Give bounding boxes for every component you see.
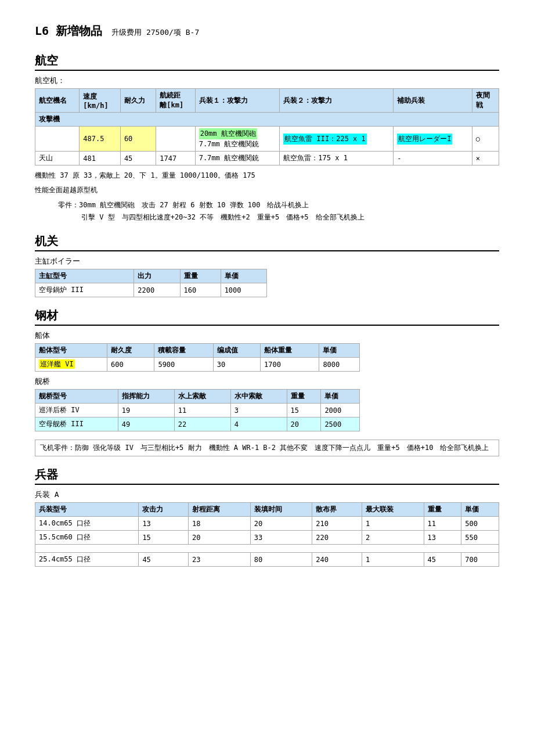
weapon-reload-2: 33 (250, 531, 312, 545)
page-title-row: L6 新増物品 升级费用 27500/项 B-7 (35, 23, 499, 41)
hull-type-1: 巡洋艦 VI (35, 358, 107, 372)
machine-table: 主缸型号 出力 重量 単価 空母鍋炉 III 2200 160 1000 (35, 269, 267, 297)
hull-cargo-1: 5900 (154, 358, 213, 372)
weapon-spread-2: 220 (312, 531, 362, 545)
weapon-empty-row (35, 545, 499, 553)
aircraft-endurance-1: 60 (120, 127, 156, 152)
bridge-weight-2: 20 (287, 417, 321, 431)
aircraft-range-2: 1747 (156, 152, 195, 165)
weapon1-highlight: 20mm 航空機関砲 (199, 128, 257, 139)
machine-type-1: 空母鍋炉 III (35, 283, 134, 297)
aircraft-night-1: ○ (472, 127, 499, 152)
th-weapon2: 兵装２：攻撃力 (280, 89, 394, 113)
aviation-note-2: 性能全面超越原型机 (35, 185, 499, 196)
th-weapon-atk: 攻击力 (139, 503, 189, 517)
weapon-reload-1: 20 (250, 517, 312, 531)
th-weapon-spread: 散布界 (312, 503, 362, 517)
weapon-weight-3: 45 (424, 553, 461, 567)
th-weapon-link: 最大联装 (362, 503, 424, 517)
bridge-cmd-1: 19 (118, 404, 174, 417)
th-bridge-type: 舰桥型号 (35, 390, 118, 404)
th-endurance: 耐久力 (120, 89, 156, 113)
hull-header-row: 船体型号 耐久度 積載容量 编成值 船体重量 単価 (35, 344, 360, 358)
machine-header-row: 主缸型号 出力 重量 単価 (35, 269, 267, 283)
weapon-row-1: 14.0cm65 口径 13 18 20 210 1 11 500 (35, 517, 499, 531)
bridge-price-1: 2000 (321, 404, 360, 417)
weapon-type-1: 14.0cm65 口径 (35, 517, 139, 531)
aircraft-weapon1-1: 20mm 航空機関砲 7.7mm 航空機関銃 (195, 127, 280, 152)
aircraft-aux-2: - (394, 152, 472, 165)
th-weapon-price: 単価 (461, 503, 499, 517)
hull-price-1: 8000 (319, 358, 360, 372)
aircraft-night-2: × (472, 152, 499, 165)
th-weapon1: 兵装１：攻撃力 (195, 89, 280, 113)
bridge-sub-1: 3 (230, 404, 287, 417)
th-aircraft-name: 航空機名 (35, 89, 80, 113)
weapon-reload-3: 80 (250, 553, 312, 567)
aviation-row-1: 487.5 60 20mm 航空機関砲 7.7mm 航空機関銃 航空魚雷 III… (35, 127, 499, 152)
weapon-price-2: 550 (461, 531, 499, 545)
aviation-header-row: 航空機名 速度[km/h] 耐久力 航続距離[km] 兵装１：攻撃力 兵装２：攻… (35, 89, 499, 113)
weapons-table: 兵装型号 攻击力 射程距离 装填时间 散布界 最大联装 重量 単価 14.0cm… (35, 502, 499, 567)
hull-comp-1: 30 (213, 358, 260, 372)
bridge-type-1: 巡洋后桥 IV (35, 404, 118, 417)
aircraft-aux-1: 航空用レーダーI (394, 127, 472, 152)
page-subtitle: 升级费用 27500/项 B-7 (111, 27, 199, 38)
weapon-spread-1: 210 (312, 517, 362, 531)
bridge-type-2: 空母舰桥 III (35, 417, 118, 431)
aviation-note-1: 機動性 37 原 33，索敵上 20、下 1。重量 1000/1100。価格 1… (35, 170, 499, 181)
weapon-link-1: 1 (362, 517, 424, 531)
th-speed: 速度[km/h] (80, 89, 121, 113)
th-weapon-reload: 装填时间 (250, 503, 312, 517)
aircraft-weapon2-1: 航空魚雷 III：225 x 1 (280, 127, 394, 152)
bridge-header-row: 舰桥型号 指挥能力 水上索敵 水中索敵 重量 単価 (35, 390, 360, 404)
th-range: 航続距離[km] (156, 89, 195, 113)
th-hull-weight: 船体重量 (261, 344, 319, 358)
section-machine-title: 机关 (35, 233, 499, 251)
th-hull-comp: 编成值 (213, 344, 260, 358)
weapon-range-3: 23 (189, 553, 251, 567)
aux-highlight: 航空用レーダーI (397, 134, 452, 145)
machine-sublabel: 主缸ボイラー (35, 256, 499, 267)
weapon-weight-1: 11 (424, 517, 461, 531)
bridge-surface-2: 22 (174, 417, 230, 431)
weapon-range-1: 18 (189, 517, 251, 531)
aircraft-speed-1: 487.5 (80, 127, 121, 152)
weapon-row-3: 25.4cm55 口径 45 23 80 240 1 45 700 (35, 553, 499, 567)
bridge-table: 舰桥型号 指挥能力 水上索敵 水中索敵 重量 単価 巡洋后桥 IV 19 11 … (35, 389, 360, 431)
bridge-surface-1: 11 (174, 404, 230, 417)
bridge-row-1: 巡洋后桥 IV 19 11 3 15 2000 (35, 404, 360, 417)
weapon-type-2: 15.5cm60 口径 (35, 531, 139, 545)
aviation-sublabel: 航空机： (35, 75, 499, 86)
weapon-row-empty (35, 545, 499, 553)
weapon-range-2: 20 (189, 531, 251, 545)
th-bridge-surface: 水上索敵 (174, 390, 230, 404)
bridge-row-2: 空母舰桥 III 49 22 4 20 2500 (35, 417, 360, 431)
th-bridge-sub: 水中索敵 (230, 390, 287, 404)
th-night: 夜間戦 (472, 89, 499, 113)
aircraft-weapon1-2: 7.7mm 航空機関銃 (195, 152, 280, 165)
section-steel-title: 钢材 (35, 308, 499, 326)
aviation-indent-1: 零件：30mm 航空機関砲 攻击 27 射程 6 射数 10 弹数 100 给战… (58, 199, 499, 211)
th-weapon-range: 射程距离 (189, 503, 251, 517)
hull-table: 船体型号 耐久度 積載容量 编成值 船体重量 単価 巡洋艦 VI 600 590… (35, 343, 360, 372)
weapon-price-1: 500 (461, 517, 499, 531)
weapon-link-3: 1 (362, 553, 424, 567)
aircraft-endurance-2: 45 (120, 152, 156, 165)
weapon-price-3: 700 (461, 553, 499, 567)
th-hull-price: 単価 (319, 344, 360, 358)
weapons-header-row: 兵装型号 攻击力 射程距离 装填时间 散布界 最大联装 重量 単価 (35, 503, 499, 517)
th-weapon-type: 兵装型号 (35, 503, 139, 517)
weapon-atk-3: 45 (139, 553, 189, 567)
hull-dur-1: 600 (107, 358, 154, 372)
weapon-link-2: 2 (362, 531, 424, 545)
steel-bridge-sublabel: 舰桥 (35, 376, 499, 387)
weapon-spread-3: 240 (312, 553, 362, 567)
machine-output-1: 2200 (134, 283, 180, 297)
machine-price-1: 1000 (221, 283, 266, 297)
th-aux: 補助兵装 (394, 89, 472, 113)
weapon-type-3: 25.4cm55 口径 (35, 553, 139, 567)
weapons-sublabel: 兵装 A (35, 489, 499, 500)
aircraft-speed-2: 481 (80, 152, 121, 165)
bridge-cmd-2: 49 (118, 417, 174, 431)
